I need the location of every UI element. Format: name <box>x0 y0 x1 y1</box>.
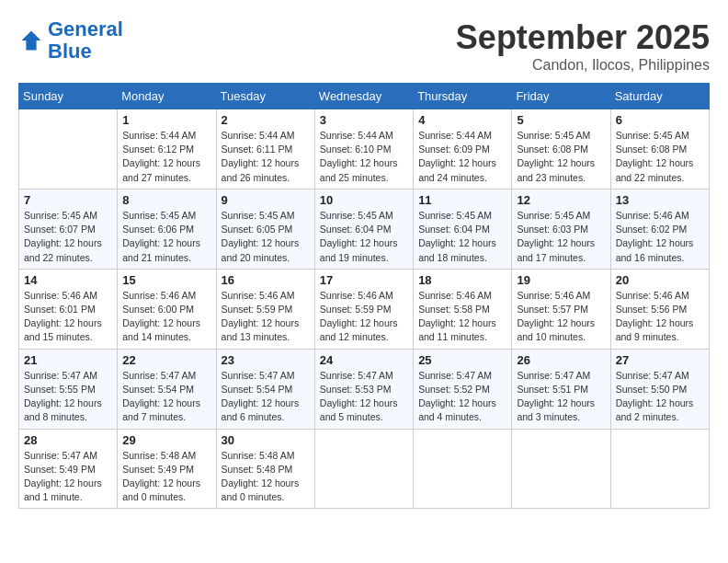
calendar-cell: 1Sunrise: 5:44 AM Sunset: 6:12 PM Daylig… <box>118 109 216 190</box>
calendar-cell <box>19 109 118 190</box>
day-number: 30 <box>222 433 310 447</box>
column-header-saturday: Saturday <box>610 84 709 109</box>
calendar-cell: 2Sunrise: 5:44 AM Sunset: 6:11 PM Daylig… <box>216 109 314 190</box>
day-info: Sunrise: 5:44 AM Sunset: 6:10 PM Dayligh… <box>320 129 408 185</box>
day-info: Sunrise: 5:47 AM Sunset: 5:52 PM Dayligh… <box>418 369 506 425</box>
calendar-week-row: 7Sunrise: 5:45 AM Sunset: 6:07 PM Daylig… <box>19 189 710 269</box>
day-info: Sunrise: 5:45 AM Sunset: 6:08 PM Dayligh… <box>616 129 704 185</box>
calendar-cell: 18Sunrise: 5:46 AM Sunset: 5:58 PM Dayli… <box>414 269 512 349</box>
day-number: 14 <box>24 273 112 287</box>
day-info: Sunrise: 5:46 AM Sunset: 5:58 PM Dayligh… <box>418 289 506 345</box>
day-info: Sunrise: 5:47 AM Sunset: 5:54 PM Dayligh… <box>122 369 210 425</box>
column-header-monday: Monday <box>118 84 216 109</box>
day-number: 28 <box>24 433 112 447</box>
calendar-cell: 17Sunrise: 5:46 AM Sunset: 5:59 PM Dayli… <box>314 269 413 349</box>
calendar-cell: 8Sunrise: 5:45 AM Sunset: 6:06 PM Daylig… <box>118 189 216 269</box>
calendar-week-row: 28Sunrise: 5:47 AM Sunset: 5:49 PM Dayli… <box>19 429 710 509</box>
calendar-cell: 16Sunrise: 5:46 AM Sunset: 5:59 PM Dayli… <box>216 269 314 349</box>
day-number: 1 <box>122 113 210 127</box>
day-number: 6 <box>616 113 704 127</box>
day-info: Sunrise: 5:46 AM Sunset: 5:59 PM Dayligh… <box>222 289 310 345</box>
day-info: Sunrise: 5:44 AM Sunset: 6:12 PM Dayligh… <box>122 129 210 185</box>
day-info: Sunrise: 5:47 AM Sunset: 5:49 PM Dayligh… <box>24 449 112 505</box>
calendar-cell: 19Sunrise: 5:46 AM Sunset: 5:57 PM Dayli… <box>512 269 610 349</box>
day-number: 25 <box>418 353 506 367</box>
calendar-cell: 5Sunrise: 5:45 AM Sunset: 6:08 PM Daylig… <box>512 109 610 190</box>
logo: General Blue <box>18 18 123 63</box>
day-number: 8 <box>122 193 210 207</box>
calendar-cell: 26Sunrise: 5:47 AM Sunset: 5:51 PM Dayli… <box>512 349 610 429</box>
day-info: Sunrise: 5:45 AM Sunset: 6:04 PM Dayligh… <box>320 209 408 265</box>
day-info: Sunrise: 5:46 AM Sunset: 5:59 PM Dayligh… <box>320 289 408 345</box>
day-info: Sunrise: 5:47 AM Sunset: 5:54 PM Dayligh… <box>222 369 310 425</box>
day-info: Sunrise: 5:45 AM Sunset: 6:04 PM Dayligh… <box>418 209 506 265</box>
calendar-cell: 27Sunrise: 5:47 AM Sunset: 5:50 PM Dayli… <box>610 349 709 429</box>
page-header: General Blue September 2025 Candon, Iloc… <box>18 18 710 74</box>
day-info: Sunrise: 5:48 AM Sunset: 5:48 PM Dayligh… <box>222 449 310 505</box>
calendar-cell: 4Sunrise: 5:44 AM Sunset: 6:09 PM Daylig… <box>414 109 512 190</box>
day-number: 17 <box>320 273 408 287</box>
day-info: Sunrise: 5:45 AM Sunset: 6:03 PM Dayligh… <box>517 209 605 265</box>
calendar-cell: 13Sunrise: 5:46 AM Sunset: 6:02 PM Dayli… <box>610 189 709 269</box>
calendar-cell: 25Sunrise: 5:47 AM Sunset: 5:52 PM Dayli… <box>414 349 512 429</box>
day-info: Sunrise: 5:44 AM Sunset: 6:09 PM Dayligh… <box>418 129 506 185</box>
day-number: 24 <box>320 353 408 367</box>
calendar-cell: 6Sunrise: 5:45 AM Sunset: 6:08 PM Daylig… <box>610 109 709 190</box>
calendar-cell: 11Sunrise: 5:45 AM Sunset: 6:04 PM Dayli… <box>414 189 512 269</box>
day-number: 10 <box>320 193 408 207</box>
day-number: 26 <box>517 353 605 367</box>
day-info: Sunrise: 5:45 AM Sunset: 6:06 PM Dayligh… <box>122 209 210 265</box>
column-header-tuesday: Tuesday <box>216 84 314 109</box>
column-header-friday: Friday <box>512 84 610 109</box>
calendar-cell: 7Sunrise: 5:45 AM Sunset: 6:07 PM Daylig… <box>19 189 118 269</box>
day-number: 5 <box>517 113 605 127</box>
day-number: 2 <box>222 113 310 127</box>
day-info: Sunrise: 5:46 AM Sunset: 6:02 PM Dayligh… <box>616 209 704 265</box>
calendar-cell: 22Sunrise: 5:47 AM Sunset: 5:54 PM Dayli… <box>118 349 216 429</box>
svg-marker-0 <box>22 31 41 51</box>
day-number: 23 <box>222 353 310 367</box>
calendar-week-row: 1Sunrise: 5:44 AM Sunset: 6:12 PM Daylig… <box>19 109 710 190</box>
logo-icon <box>18 28 44 53</box>
calendar-week-row: 14Sunrise: 5:46 AM Sunset: 6:01 PM Dayli… <box>19 269 710 349</box>
calendar-cell <box>414 429 512 509</box>
day-info: Sunrise: 5:46 AM Sunset: 5:57 PM Dayligh… <box>517 289 605 345</box>
day-info: Sunrise: 5:48 AM Sunset: 5:49 PM Dayligh… <box>122 449 210 505</box>
calendar-week-row: 21Sunrise: 5:47 AM Sunset: 5:55 PM Dayli… <box>19 349 710 429</box>
day-info: Sunrise: 5:47 AM Sunset: 5:50 PM Dayligh… <box>616 369 704 425</box>
calendar-cell: 24Sunrise: 5:47 AM Sunset: 5:53 PM Dayli… <box>314 349 413 429</box>
calendar-cell <box>610 429 709 509</box>
calendar-cell <box>314 429 413 509</box>
calendar-cell: 14Sunrise: 5:46 AM Sunset: 6:01 PM Dayli… <box>19 269 118 349</box>
day-info: Sunrise: 5:46 AM Sunset: 5:56 PM Dayligh… <box>616 289 704 345</box>
column-header-sunday: Sunday <box>19 84 118 109</box>
logo-text: General Blue <box>48 18 123 63</box>
day-info: Sunrise: 5:45 AM Sunset: 6:08 PM Dayligh… <box>517 129 605 185</box>
day-number: 19 <box>517 273 605 287</box>
calendar-header-row: SundayMondayTuesdayWednesdayThursdayFrid… <box>19 84 710 109</box>
calendar-cell: 28Sunrise: 5:47 AM Sunset: 5:49 PM Dayli… <box>19 429 118 509</box>
day-number: 12 <box>517 193 605 207</box>
month-title: September 2025 <box>456 18 710 57</box>
day-info: Sunrise: 5:44 AM Sunset: 6:11 PM Dayligh… <box>222 129 310 185</box>
day-number: 9 <box>222 193 310 207</box>
day-info: Sunrise: 5:46 AM Sunset: 6:01 PM Dayligh… <box>24 289 112 345</box>
day-info: Sunrise: 5:46 AM Sunset: 6:00 PM Dayligh… <box>122 289 210 345</box>
day-number: 20 <box>616 273 704 287</box>
day-number: 3 <box>320 113 408 127</box>
calendar-cell: 29Sunrise: 5:48 AM Sunset: 5:49 PM Dayli… <box>118 429 216 509</box>
calendar-cell: 30Sunrise: 5:48 AM Sunset: 5:48 PM Dayli… <box>216 429 314 509</box>
day-number: 11 <box>418 193 506 207</box>
day-number: 7 <box>24 193 112 207</box>
location-subtitle: Candon, Ilocos, Philippines <box>456 57 710 74</box>
calendar-cell: 12Sunrise: 5:45 AM Sunset: 6:03 PM Dayli… <box>512 189 610 269</box>
day-info: Sunrise: 5:45 AM Sunset: 6:07 PM Dayligh… <box>24 209 112 265</box>
calendar-cell: 21Sunrise: 5:47 AM Sunset: 5:55 PM Dayli… <box>19 349 118 429</box>
column-header-thursday: Thursday <box>414 84 512 109</box>
day-number: 13 <box>616 193 704 207</box>
calendar-table: SundayMondayTuesdayWednesdayThursdayFrid… <box>18 83 710 509</box>
day-number: 22 <box>122 353 210 367</box>
day-number: 27 <box>616 353 704 367</box>
day-number: 29 <box>122 433 210 447</box>
day-number: 21 <box>24 353 112 367</box>
